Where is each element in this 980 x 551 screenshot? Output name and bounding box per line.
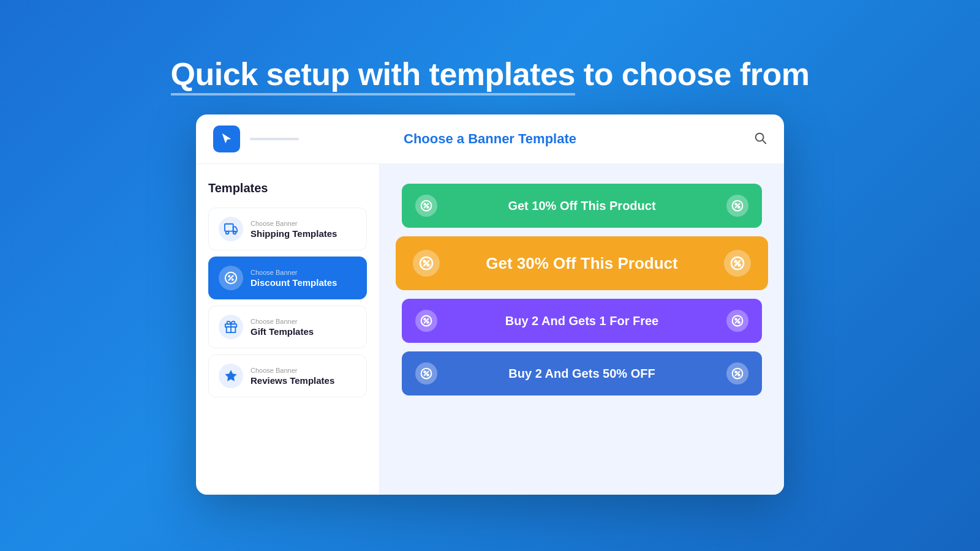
banner-icon-left-orange (413, 250, 440, 277)
sidebar-item-label-shipping: Shipping Templates (251, 228, 337, 239)
svg-point-8 (232, 279, 233, 280)
modal-title: Choose a Banner Template (404, 131, 576, 147)
svg-rect-2 (225, 224, 233, 231)
banner-button-orange[interactable]: Get 30% Off This Product (396, 236, 768, 290)
svg-point-22 (424, 261, 426, 263)
gift-icon (219, 315, 243, 339)
svg-point-30 (424, 319, 426, 321)
reviews-icon (219, 364, 243, 388)
banner-button-blue[interactable]: Buy 2 And Gets 50% OFF (402, 351, 762, 395)
sidebar-item-label-reviews: Reviews Templates (251, 375, 334, 386)
banner-icon-left-green (415, 195, 437, 217)
sidebar-item-sublabel-shipping: Choose Banner (251, 220, 337, 227)
svg-point-19 (738, 207, 740, 209)
sidebar-item-label-gift: Gift Templates (251, 326, 314, 337)
search-icon[interactable] (753, 131, 767, 148)
svg-point-34 (735, 319, 737, 321)
svg-point-4 (233, 231, 236, 234)
modal-body: Templates Choose Banner Shipping Templat… (196, 164, 784, 495)
banner-icon-right-purple (726, 310, 748, 332)
banner-icon-right-green (726, 195, 748, 217)
template-modal: Choose a Banner Template Templates (196, 114, 784, 495)
svg-point-38 (424, 372, 426, 373)
banner-text-purple: Buy 2 And Gets 1 For Free (437, 314, 726, 328)
sidebar-item-text-shipping: Choose Banner Shipping Templates (251, 220, 337, 239)
banner-button-purple[interactable]: Buy 2 And Gets 1 For Free (402, 299, 762, 343)
discount-icon (219, 266, 243, 290)
page-title: Quick setup with templates to choose fro… (171, 56, 810, 93)
banner-icon-right-orange (724, 250, 751, 277)
svg-point-43 (738, 375, 740, 377)
svg-point-42 (735, 372, 737, 373)
modal-header: Choose a Banner Template (196, 114, 784, 164)
svg-point-23 (428, 264, 429, 266)
svg-point-18 (735, 204, 737, 206)
sidebar-item-reviews[interactable]: Choose Banner Reviews Templates (208, 354, 367, 397)
app-logo-icon (213, 126, 240, 152)
banner-button-green[interactable]: Get 10% Off This Product (402, 184, 762, 228)
svg-point-3 (226, 231, 229, 234)
banner-icon-left-blue (415, 362, 437, 384)
sidebar-title: Templates (208, 181, 367, 195)
sidebar-item-text-discount: Choose Banner Discount Templates (251, 269, 337, 288)
sidebar-item-sublabel-gift: Choose Banner (251, 318, 314, 325)
sidebar-item-sublabel-reviews: Choose Banner (251, 367, 334, 374)
sidebar-item-gift[interactable]: Choose Banner Gift Templates (208, 305, 367, 348)
banner-text-green: Get 10% Off This Product (437, 199, 726, 213)
sidebar-item-label-discount: Discount Templates (251, 277, 337, 288)
banner-text-blue: Buy 2 And Gets 50% OFF (437, 367, 726, 381)
sidebar-item-text-reviews: Choose Banner Reviews Templates (251, 367, 334, 386)
svg-point-26 (735, 261, 737, 263)
sidebar-item-shipping[interactable]: Choose Banner Shipping Templates (208, 208, 367, 250)
sidebar: Templates Choose Banner Shipping Templat… (196, 164, 380, 495)
banner-text-orange: Get 30% Off This Product (440, 254, 724, 273)
header-divider (250, 138, 299, 140)
sidebar-item-sublabel-discount: Choose Banner (251, 269, 337, 276)
svg-point-14 (424, 204, 426, 206)
svg-point-35 (738, 322, 740, 324)
banner-content-area: Get 10% Off This Product (380, 164, 784, 495)
shipping-icon (219, 217, 243, 241)
svg-marker-11 (225, 370, 236, 381)
sidebar-item-text-gift: Choose Banner Gift Templates (251, 318, 314, 337)
svg-point-39 (427, 375, 429, 377)
banner-icon-left-purple (415, 310, 437, 332)
svg-point-15 (427, 207, 429, 209)
svg-point-31 (427, 322, 429, 324)
sidebar-item-discount[interactable]: Choose Banner Discount Templates (208, 257, 367, 299)
svg-point-7 (228, 276, 230, 277)
svg-point-27 (739, 264, 741, 266)
banner-icon-right-blue (726, 362, 748, 384)
svg-line-1 (763, 140, 766, 143)
